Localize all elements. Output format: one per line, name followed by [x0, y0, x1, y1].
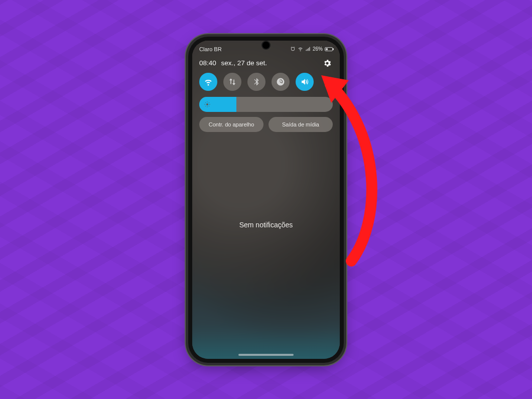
- svg-line-5: [205, 102, 206, 103]
- home-indicator[interactable]: [238, 354, 294, 356]
- status-right: 26%: [290, 46, 333, 52]
- svg-line-8: [209, 102, 209, 103]
- no-notifications-text: Sem notificações: [192, 221, 340, 229]
- quick-toggle-data-sync[interactable]: [223, 73, 241, 91]
- signal-icon: [305, 46, 311, 52]
- quick-toggle-bluetooth[interactable]: [247, 73, 265, 91]
- svg-line-7: [205, 106, 206, 106]
- wifi-icon: [204, 77, 213, 86]
- battery-fill: [326, 48, 328, 50]
- svg-line-6: [209, 106, 209, 106]
- arrows-vert-icon: [228, 77, 237, 86]
- panel-time: 08:40: [199, 59, 216, 67]
- battery-icon: [325, 47, 333, 51]
- camera-hole: [262, 42, 270, 49]
- quick-settings-row: [192, 73, 340, 91]
- volume-icon: [300, 77, 309, 86]
- panel-date: sex., 27 de set.: [221, 59, 268, 67]
- quick-toggle-sound[interactable]: [296, 73, 314, 91]
- carrier-label: Claro BR: [199, 46, 222, 52]
- battery-text: 26%: [313, 46, 323, 52]
- alarm-icon: [290, 46, 296, 52]
- panel-button-row: Contr. do aparelho Saída de mídia: [192, 117, 340, 132]
- power-icon: [276, 77, 285, 86]
- bluetooth-icon: [252, 77, 261, 86]
- notification-shade: Claro BR 26% 08: [192, 41, 340, 359]
- phone-frame: Claro BR 26% 08: [188, 37, 344, 363]
- wifi-status-icon: [298, 46, 303, 52]
- panel-header: 08:40 sex., 27 de set.: [192, 55, 340, 73]
- media-output-label: Saída de mídia: [282, 121, 319, 127]
- quick-toggle-power-mode[interactable]: [272, 73, 290, 91]
- device-control-button[interactable]: Contr. do aparelho: [199, 117, 263, 132]
- device-control-label: Contr. do aparelho: [209, 121, 254, 127]
- panel-datetime: 08:40 sex., 27 de set.: [199, 59, 267, 67]
- media-output-button[interactable]: Saída de mídia: [269, 117, 333, 132]
- svg-point-0: [206, 103, 208, 105]
- sun-icon: [204, 101, 210, 107]
- quick-toggle-wifi[interactable]: [199, 73, 217, 91]
- settings-button[interactable]: [322, 58, 333, 69]
- brightness-slider[interactable]: [199, 97, 333, 112]
- phone-screen: Claro BR 26% 08: [192, 41, 340, 359]
- gear-icon: [323, 59, 332, 68]
